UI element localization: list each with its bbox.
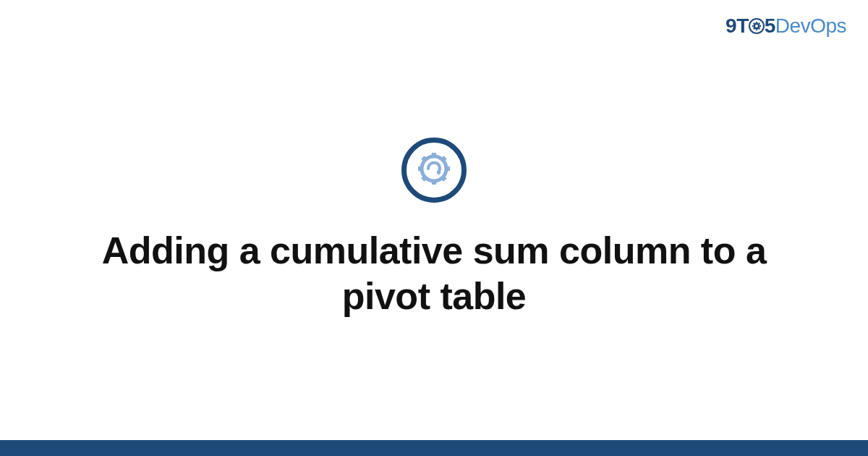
logo-text-prefix: 9T xyxy=(726,14,749,38)
gear-icon xyxy=(414,149,454,191)
logo-text-suffix: DevOps xyxy=(775,14,846,38)
logo-text-middle: 5 xyxy=(765,14,775,38)
gear-badge xyxy=(401,138,467,203)
footer-accent-bar xyxy=(0,440,868,456)
svg-point-3 xyxy=(422,156,446,181)
gear-icon xyxy=(748,17,765,35)
svg-point-4 xyxy=(437,171,441,174)
main-content: Adding a cumulative sum column to a pivo… xyxy=(0,0,868,456)
svg-point-2 xyxy=(755,25,758,28)
page-title: Adding a cumulative sum column to a pivo… xyxy=(87,228,781,318)
site-logo: 9T 5 DevOps xyxy=(726,14,846,38)
